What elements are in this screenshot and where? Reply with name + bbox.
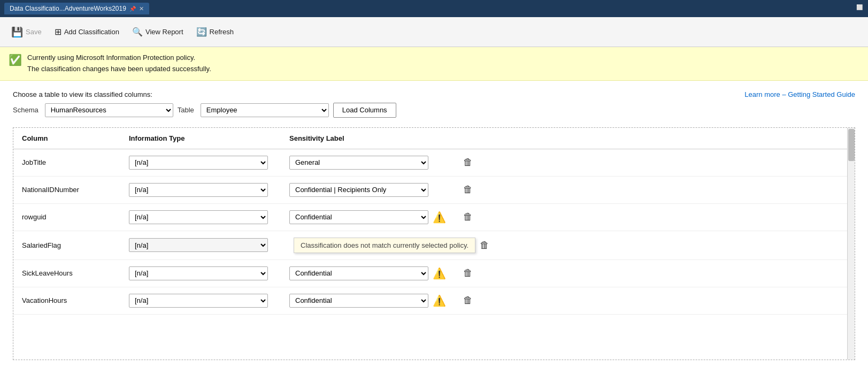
prompt-label: Choose a table to view its classified co…: [13, 90, 152, 98]
col-header-sensitivity: Sensitivity Label: [281, 128, 455, 149]
table-row: rowguid [n/a]BankingCredit Card GeneralC…: [13, 203, 855, 231]
policy-mismatch-tooltip: Classification does not match currently …: [294, 238, 475, 253]
info-type-dropdown[interactable]: [n/a]BankingCredit Card: [129, 210, 268, 224]
cell-column-name: SickLeaveHours: [13, 259, 120, 287]
info-line-1: Currently using Microsoft Information Pr…: [27, 52, 211, 64]
cell-row-actions: 🗑: [455, 287, 855, 314]
save-button[interactable]: 💾 Save: [5, 22, 48, 42]
sensitivity-dropdown[interactable]: GeneralConfidentialConfidential | Recipi…: [289, 294, 428, 308]
delete-row-icon[interactable]: 🗑: [463, 184, 473, 195]
delete-row-icon[interactable]: 🗑: [463, 157, 473, 167]
view-report-label: View Report: [145, 28, 183, 36]
refresh-button[interactable]: 🔄 Refresh: [190, 23, 240, 41]
sensitivity-dropdown[interactable]: GeneralConfidentialConfidential | Recipi…: [289, 156, 428, 170]
cell-column-name: rowguid: [13, 203, 120, 231]
main-content: Choose a table to view its classified co…: [0, 81, 868, 374]
title-tab-label: Data Classificatio...AdventureWorks2019: [10, 5, 126, 12]
info-type-dropdown[interactable]: [n/a]: [129, 294, 268, 308]
table-row: SalariedFlag [n/a] Classification does n…: [13, 231, 855, 259]
success-icon: ✅: [9, 54, 22, 66]
load-columns-button[interactable]: Load Columns: [333, 103, 396, 118]
sensitivity-dropdown[interactable]: GeneralConfidentialConfidential | Recipi…: [289, 210, 428, 224]
add-classification-label: Add Classification: [64, 28, 119, 36]
title-bar: Data Classificatio...AdventureWorks2019 …: [0, 0, 868, 17]
warning-icon: ⚠️: [433, 267, 446, 280]
info-bar: ✅ Currently using Microsoft Information …: [0, 47, 868, 81]
cell-sensitivity: Classification does not match currently …: [281, 231, 855, 259]
sensitivity-dropdown[interactable]: GeneralConfidentialConfidential | Recipi…: [289, 183, 428, 197]
cell-info-type: [n/a]BankingCredit CardFinancialHealthNa…: [120, 176, 281, 203]
warning-icon: ⚠️: [433, 294, 446, 307]
controls-row: Choose a table to view its classified co…: [13, 90, 855, 118]
learn-more-link[interactable]: Learn more – Getting Started Guide: [744, 90, 855, 98]
window-corner-icon: ⬜: [856, 4, 863, 10]
cell-info-type: [n/a]BankingCredit CardFinancialHealthNa…: [120, 149, 281, 176]
scrollbar-thumb[interactable]: [848, 129, 855, 161]
col-header-actions: [455, 128, 855, 149]
view-report-button[interactable]: 🔍 View Report: [126, 23, 189, 41]
cell-sensitivity: GeneralConfidentialConfidential | Recipi…: [281, 176, 455, 203]
warning-icon: ⚠️: [433, 211, 446, 224]
add-classification-icon: ⊞: [55, 27, 62, 37]
cell-row-actions: 🗑: [455, 203, 855, 231]
toolbar: 💾 Save ⊞ Add Classification 🔍 View Repor…: [0, 17, 868, 47]
view-report-icon: 🔍: [132, 27, 143, 37]
table-row: NationalIDNumber [n/a]BankingCredit Card…: [13, 176, 855, 203]
table-header-row: Column Information Type Sensitivity Labe…: [13, 128, 855, 149]
controls-inner: Schema HumanResources dbo Person Product…: [13, 103, 396, 118]
cell-sensitivity: GeneralConfidentialConfidential | Recipi…: [281, 287, 455, 314]
info-line-2: The classification changes have been upd…: [27, 64, 211, 75]
table-label: Table: [178, 106, 194, 114]
data-table-container: Column Information Type Sensitivity Labe…: [13, 127, 855, 360]
delete-row-icon[interactable]: 🗑: [463, 295, 473, 306]
load-columns-label: Load Columns: [342, 106, 387, 114]
pin-icon[interactable]: 📌: [129, 6, 136, 12]
table-row: VacationHours [n/a] GeneralConfidentialC…: [13, 287, 855, 314]
save-label: Save: [26, 28, 42, 36]
info-type-dropdown[interactable]: [n/a]Banking: [129, 266, 268, 280]
cell-info-type: [n/a]BankingCredit Card: [120, 203, 281, 231]
schema-dropdown[interactable]: HumanResources dbo Person Production Pur…: [45, 103, 173, 117]
delete-row-icon[interactable]: 🗑: [463, 211, 473, 222]
cell-column-name: SalariedFlag: [13, 231, 120, 259]
add-classification-button[interactable]: ⊞ Add Classification: [49, 23, 125, 41]
refresh-icon: 🔄: [196, 27, 207, 37]
sensitivity-dropdown[interactable]: GeneralConfidentialConfidential | Recipi…: [289, 266, 428, 280]
delete-row-icon[interactable]: 🗑: [480, 240, 489, 251]
table-dropdown[interactable]: Employee Department JobCandidate Shift: [201, 103, 329, 117]
cell-column-name: NationalIDNumber: [13, 176, 120, 203]
cell-sensitivity: GeneralConfidentialConfidential | Recipi…: [281, 149, 455, 176]
cell-info-type: [n/a]: [120, 287, 281, 314]
save-icon: 💾: [11, 26, 23, 38]
info-type-dropdown[interactable]: [n/a]: [129, 238, 268, 252]
cell-sensitivity: GeneralConfidentialConfidential | Recipi…: [281, 203, 455, 231]
title-tab[interactable]: Data Classificatio...AdventureWorks2019 …: [4, 3, 149, 14]
refresh-label: Refresh: [210, 28, 234, 36]
close-icon[interactable]: ✕: [139, 5, 144, 12]
info-bar-text: Currently using Microsoft Information Pr…: [27, 52, 211, 75]
cell-column-name: VacationHours: [13, 287, 120, 314]
delete-row-icon[interactable]: 🗑: [463, 268, 473, 278]
scrollbar-track[interactable]: [847, 128, 855, 360]
cell-sensitivity: GeneralConfidentialConfidential | Recipi…: [281, 259, 455, 287]
data-table: Column Information Type Sensitivity Labe…: [13, 128, 855, 315]
col-header-info-type: Information Type: [120, 128, 281, 149]
table-row: SickLeaveHours [n/a]Banking GeneralConfi…: [13, 259, 855, 287]
cell-row-actions: 🗑: [455, 259, 855, 287]
table-row: JobTitle [n/a]BankingCredit CardFinancia…: [13, 149, 855, 176]
schema-label: Schema: [13, 106, 39, 114]
info-type-dropdown[interactable]: [n/a]BankingCredit CardFinancialHealthNa…: [129, 183, 268, 197]
info-type-dropdown[interactable]: [n/a]BankingCredit CardFinancialHealthNa…: [129, 156, 268, 170]
cell-info-type: [n/a]Banking: [120, 259, 281, 287]
cell-column-name: JobTitle: [13, 149, 120, 176]
cell-row-actions: 🗑: [455, 149, 855, 176]
cell-row-actions: 🗑: [455, 176, 855, 203]
col-header-column: Column: [13, 128, 120, 149]
cell-info-type: [n/a]: [120, 231, 281, 259]
